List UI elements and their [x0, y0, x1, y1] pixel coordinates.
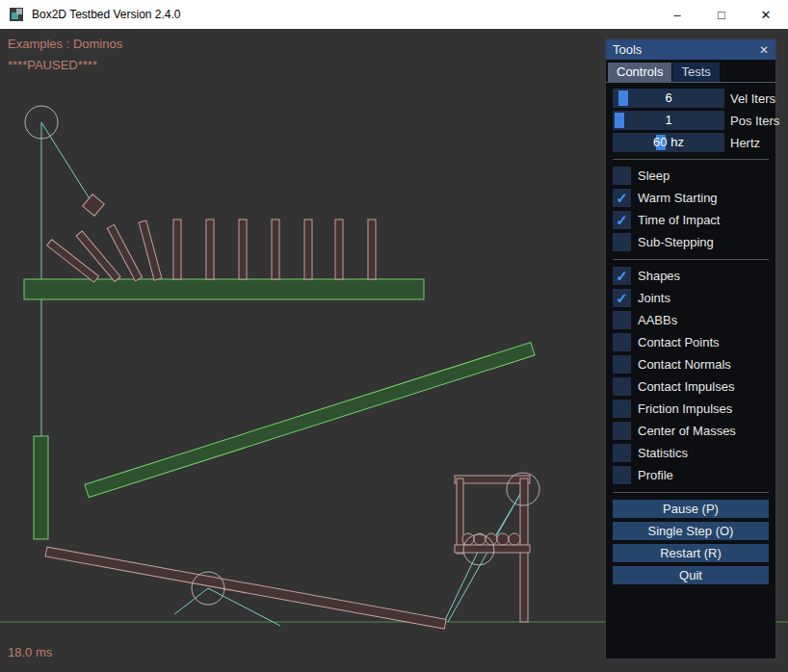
pendulum-box[interactable] [83, 194, 105, 217]
maximize-button[interactable]: □ [699, 0, 744, 29]
tools-panel: Tools ✕ Controls Tests 6 Vel Iters [605, 39, 776, 659]
checkbox-aabbs[interactable]: AABBs [613, 311, 769, 329]
separator [613, 159, 769, 160]
quit-button[interactable]: Quit [613, 566, 769, 584]
tools-panel-titlebar[interactable]: Tools ✕ [606, 39, 775, 60]
seesaw-plank[interactable] [45, 547, 446, 629]
tab-tests[interactable]: Tests [672, 63, 719, 82]
slider-value: 1 [613, 111, 724, 130]
app-window: Box2D Testbed Version 2.4.0 – □ ✕ [0, 0, 788, 672]
checkbox-center-of-masses[interactable]: Center of Masses [613, 422, 769, 440]
tab-controls[interactable]: Controls [608, 63, 671, 82]
checkbox-friction-impulses[interactable]: Friction Impulses [613, 400, 769, 418]
checkbox-box[interactable] [613, 466, 631, 484]
checkbox-statistics[interactable]: Statistics [613, 444, 769, 462]
separator [613, 259, 769, 260]
checkbox-box[interactable] [613, 233, 631, 251]
vel-iters-slider[interactable]: 6 [613, 89, 724, 108]
separator [613, 492, 769, 493]
checkbox-box[interactable] [613, 211, 631, 229]
vel-iters-row: 6 Vel Iters [613, 89, 769, 108]
close-button[interactable]: ✕ [744, 0, 788, 29]
slider-label: Vel Iters [730, 91, 775, 106]
checkbox-box[interactable] [613, 355, 631, 374]
checkbox-box[interactable] [613, 289, 631, 307]
checkbox-box[interactable] [613, 311, 631, 329]
titlebar[interactable]: Box2D Testbed Version 2.4.0 – □ ✕ [0, 0, 788, 29]
checkbox-box[interactable] [613, 377, 631, 396]
checkbox-warm-starting[interactable]: Warm Starting [613, 189, 769, 207]
domino-shelf [24, 279, 424, 299]
checkbox-box[interactable] [613, 444, 631, 462]
checkbox-box[interactable] [613, 400, 631, 418]
window-controls: – □ ✕ [655, 0, 788, 29]
checkbox-joints[interactable]: Joints [613, 289, 769, 307]
angled-plank [85, 343, 535, 498]
frame-time-label: 18.0 ms [8, 645, 52, 659]
slider-label: Pos Iters [730, 114, 779, 128]
checkbox-box[interactable] [613, 422, 631, 440]
checkbox-contact-points[interactable]: Contact Points [613, 333, 769, 351]
pause-button[interactable]: Pause (P) [613, 500, 769, 518]
checkbox-time-of-impact[interactable]: Time of Impact [613, 211, 769, 229]
checkbox-shapes[interactable]: Shapes [613, 267, 769, 285]
small-balls[interactable] [462, 533, 520, 545]
checkbox-box[interactable] [613, 189, 631, 207]
minimize-button[interactable]: – [655, 0, 699, 29]
restart-button[interactable]: Restart (R) [613, 544, 769, 562]
vertical-plank [34, 436, 48, 539]
overlay-text: Examples : Dominos ****PAUSED**** [8, 34, 122, 76]
example-label: Examples : Dominos [8, 34, 122, 55]
pos-iters-slider[interactable]: 1 [613, 111, 724, 130]
checkbox-contact-impulses[interactable]: Contact Impulses [613, 377, 769, 396]
panel-close-icon[interactable]: ✕ [759, 43, 769, 57]
checkbox-box[interactable] [613, 333, 631, 351]
slider-label: Hertz [730, 136, 760, 150]
checkbox-box[interactable] [613, 267, 631, 285]
paused-label: ****PAUSED**** [8, 55, 122, 76]
app-icon [9, 7, 24, 22]
checkbox-contact-normals[interactable]: Contact Normals [613, 355, 769, 374]
tools-panel-content: 6 Vel Iters 1 Pos Iters 60 hz [606, 83, 775, 588]
pos-iters-row: 1 Pos Iters [613, 111, 769, 130]
hertz-slider[interactable]: 60 hz [613, 133, 724, 152]
dominoes[interactable] [47, 220, 376, 282]
checkbox-profile[interactable]: Profile [613, 466, 769, 484]
tools-panel-title: Tools [613, 42, 642, 57]
checkbox-box[interactable] [613, 167, 631, 185]
slider-value: 6 [613, 89, 724, 108]
tab-bar: Controls Tests [606, 60, 775, 83]
slider-value: 60 hz [613, 133, 724, 152]
window-title: Box2D Testbed Version 2.4.0 [32, 8, 181, 21]
checkbox-sub-stepping[interactable]: Sub-Stepping [613, 233, 769, 251]
checkbox-sleep[interactable]: Sleep [613, 167, 769, 185]
single-step-button[interactable]: Single Step (O) [613, 522, 769, 540]
simulation-canvas[interactable]: Examples : Dominos ****PAUSED**** 18.0 m… [0, 29, 788, 672]
hertz-row: 60 hz Hertz [613, 133, 769, 152]
